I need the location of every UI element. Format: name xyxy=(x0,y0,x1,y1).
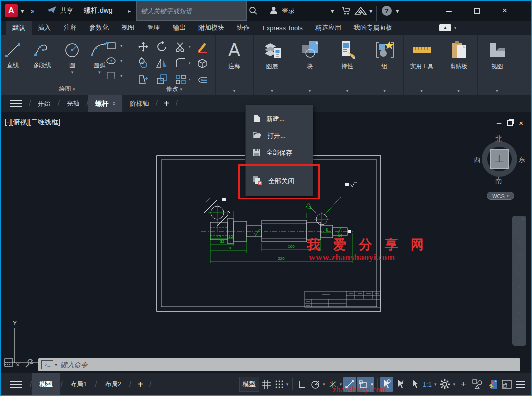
navbar-close-icon[interactable]: × xyxy=(522,216,524,221)
orbit-caret-icon[interactable]: ▾ xyxy=(518,310,520,315)
snap-toggle[interactable]: ▾ xyxy=(274,377,290,392)
command-input[interactable] xyxy=(60,361,517,369)
viewcube-south[interactable]: 南 xyxy=(495,176,502,185)
showmotion-button[interactable] xyxy=(513,323,525,337)
clipboard-caret-icon[interactable]: ▾ xyxy=(457,88,460,93)
trim-caret-icon[interactable]: ▾ xyxy=(189,44,191,49)
polar-caret-icon[interactable]: ▾ xyxy=(323,382,325,387)
copy-tool[interactable] xyxy=(137,55,156,71)
trim-tool[interactable]: ▾ xyxy=(175,39,196,55)
isolate-objects-button[interactable] xyxy=(471,377,485,392)
polyline-tool[interactable]: 多段线 xyxy=(27,35,57,70)
annotation-cursor-toggle[interactable] xyxy=(408,377,421,392)
polar-tracking-toggle[interactable]: ▾ xyxy=(309,377,326,392)
menu-item-new[interactable]: 新建... xyxy=(246,111,313,127)
sign-in-button[interactable]: 登录 xyxy=(269,1,295,21)
file-tab-close-icon[interactable]: × xyxy=(112,100,115,107)
draw-panel-title[interactable]: 绘图 ▾ xyxy=(1,85,133,93)
annotation-button[interactable]: A 注释 ▾ xyxy=(216,35,253,95)
rotate-tool[interactable] xyxy=(156,39,175,55)
zoom-caret-icon[interactable]: ▾ xyxy=(518,285,520,289)
snap-caret-icon[interactable]: ▾ xyxy=(286,382,289,387)
clean-screen-button[interactable] xyxy=(500,377,513,392)
tab-insert[interactable]: 插入 xyxy=(32,21,57,35)
annotation-scale-button[interactable]: 1:1 ▾ xyxy=(422,377,438,392)
plus-button[interactable]: + xyxy=(457,377,470,392)
ortho-toggle[interactable] xyxy=(296,377,308,392)
view-button[interactable]: 视图 ▾ xyxy=(478,35,517,95)
settings-caret-icon[interactable]: ▾ xyxy=(453,382,455,387)
new-drawing-button[interactable]: + xyxy=(158,98,176,109)
file-tab-guangzhou[interactable]: 光轴 xyxy=(60,95,86,112)
workspace-settings-button[interactable]: ▾ xyxy=(438,377,456,392)
navigation-wheel-button[interactable] xyxy=(514,223,525,236)
tab-view[interactable]: 视图 xyxy=(115,21,141,35)
object-snap-caret-icon[interactable]: ▾ xyxy=(371,382,373,387)
hatch-caret-icon[interactable]: ▾ xyxy=(120,73,123,78)
autodesk-logo-icon[interactable] xyxy=(354,1,367,21)
mirror-tool[interactable] xyxy=(156,55,175,71)
annotation-caret-icon[interactable]: ▾ xyxy=(233,88,236,93)
groups-caret-icon[interactable]: ▾ xyxy=(383,88,386,93)
help-button[interactable]: ? xyxy=(382,1,392,21)
move-tool[interactable] xyxy=(137,39,156,55)
share-button[interactable]: 共享 xyxy=(47,1,73,21)
layers-button[interactable]: 图层 ▾ xyxy=(254,35,291,95)
clipboard-button[interactable]: 剪贴板 ▾ xyxy=(440,35,477,95)
sign-in-caret-icon[interactable]: ▾ xyxy=(331,1,334,21)
layout-tab-model[interactable]: 模型 xyxy=(32,373,60,395)
tab-output[interactable]: 输出 xyxy=(166,21,192,35)
tab-addins[interactable]: 附加模块 xyxy=(192,21,230,35)
pan-button[interactable] xyxy=(514,252,524,264)
new-layout-button[interactable]: + xyxy=(131,379,149,390)
file-tab-start[interactable]: 开始 xyxy=(31,95,57,112)
ribbon-collapse-button[interactable]: ▲ xyxy=(439,24,451,31)
tab-featured-apps[interactable]: 精选应用 xyxy=(309,21,347,35)
minimize-button[interactable]: ─ xyxy=(446,1,452,21)
isodraft-toggle[interactable]: ▾ xyxy=(327,377,343,392)
utilities-button[interactable]: 实用工具 ▾ xyxy=(404,35,440,95)
properties-caret-icon[interactable]: ▾ xyxy=(346,88,349,93)
circle-tool[interactable]: 圆 ▾ xyxy=(60,35,84,75)
isodraft-caret-icon[interactable]: ▾ xyxy=(340,382,342,387)
block-button[interactable]: 块 ▾ xyxy=(291,35,329,95)
tab-default[interactable]: 默认 xyxy=(6,21,32,35)
viewcube-east[interactable]: 东 xyxy=(518,156,525,164)
layout-tab-layout1[interactable]: 布局1 xyxy=(63,373,95,395)
hatch-tool[interactable]: ▾ xyxy=(106,68,123,83)
menu-item-close-all[interactable]: 全部关闭 xyxy=(246,173,313,189)
app-menu-caret-icon[interactable]: ▾ xyxy=(21,1,24,21)
layout-tab-layout2[interactable]: 布局2 xyxy=(97,373,129,395)
rectangle-caret-icon[interactable]: ▾ xyxy=(120,43,123,48)
zoom-button[interactable] xyxy=(514,268,525,281)
tab-manage[interactable]: 管理 xyxy=(141,21,166,35)
properties-button[interactable]: 特性 ▾ xyxy=(329,35,366,95)
box3d-tool[interactable] xyxy=(196,55,213,71)
line-tool[interactable]: 直线 xyxy=(1,35,25,70)
viewcube-west[interactable]: 西 xyxy=(474,156,481,164)
ellipse-caret-icon[interactable]: ▾ xyxy=(120,58,123,63)
circle-caret-icon[interactable]: ▾ xyxy=(71,70,74,75)
tab-parametric[interactable]: 参数化 xyxy=(83,21,115,35)
grid-toggle[interactable] xyxy=(260,377,273,392)
osnap-tracking-toggle[interactable] xyxy=(343,377,356,392)
tab-collaborate[interactable]: 协作 xyxy=(230,21,256,35)
navbar-customize-icon[interactable]: ⊖ xyxy=(517,339,521,345)
groups-button[interactable]: 组 ▾ xyxy=(366,35,403,95)
command-close-icon[interactable]: × xyxy=(16,361,20,369)
search-arrow-icon[interactable]: ▸ xyxy=(128,1,131,21)
object-snap-toggle[interactable]: ▾ xyxy=(357,377,374,392)
search-input[interactable] xyxy=(137,1,246,20)
customization-button[interactable] xyxy=(514,377,527,392)
menu-item-save-all[interactable]: 全部保存 xyxy=(246,145,313,160)
array-caret-icon[interactable]: ▾ xyxy=(189,77,191,82)
arc-caret-icon[interactable]: ▾ xyxy=(98,70,101,75)
autodesk-caret-icon[interactable]: ▾ xyxy=(369,1,373,21)
block-caret-icon[interactable]: ▾ xyxy=(309,88,311,93)
scale-caret-icon[interactable]: ▾ xyxy=(434,382,437,387)
app-store-button[interactable] xyxy=(342,1,351,21)
maximize-button[interactable] xyxy=(474,1,480,21)
menu-item-open[interactable]: 打开... xyxy=(246,128,313,144)
tab-express-tools[interactable]: Express Tools xyxy=(256,21,309,35)
rectangle-tool[interactable]: ▾ xyxy=(106,39,123,53)
